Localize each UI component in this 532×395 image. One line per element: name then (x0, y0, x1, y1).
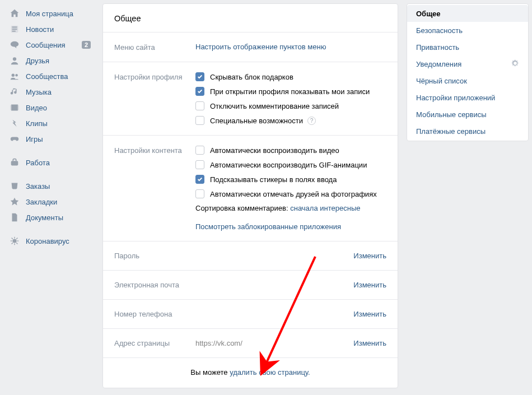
configure-menu-link[interactable]: Настроить отображение пунктов меню (195, 43, 326, 51)
nav-label: Музыка (26, 88, 91, 96)
checkbox[interactable] (195, 101, 204, 110)
checkbox[interactable] (195, 87, 204, 96)
nav-item-star[interactable]: Закладки (6, 194, 94, 210)
game-icon (9, 133, 20, 145)
nav-label: Клипы (26, 119, 91, 128)
svg-rect-1 (12, 27, 17, 28)
section-content-settings: Настройки контента Автоматически воспрои… (103, 136, 398, 241)
blocked-apps-link[interactable]: Посмотреть заблокированные приложения (195, 222, 341, 231)
checkbox-label[interactable]: Автоматически отмечать друзей на фотогра… (210, 190, 377, 198)
nav-item-music[interactable]: Музыка (6, 84, 94, 100)
checkbox-row: Автоматически воспроизводить GIF-анимаци… (195, 160, 386, 169)
nav-item-user[interactable]: Друзья (6, 53, 94, 68)
nav-label: Моя страница (26, 10, 91, 18)
nav-item-game[interactable]: Игры (6, 131, 94, 147)
nav-item-orders[interactable]: Заказы (6, 178, 94, 194)
section-label: Меню сайта (114, 43, 195, 52)
checkbox-label[interactable]: Автоматически воспроизводить GIF-анимаци… (210, 161, 367, 169)
row-value: https://vk.com/ (195, 339, 353, 347)
change-link[interactable]: Изменить (353, 339, 386, 347)
section-label: Настройки профиля (114, 72, 195, 125)
delete-page-row: Вы можете удалить свою страницу. (103, 358, 398, 388)
checkbox-label[interactable]: Отключить комментирование записей (210, 102, 339, 110)
orders-icon (9, 180, 20, 192)
checkbox[interactable] (195, 175, 204, 184)
nav-item-doc[interactable]: Документы (6, 210, 94, 225)
checkbox-label[interactable]: Подсказывать стикеры в полях ввода (210, 175, 337, 184)
delete-page-link[interactable]: удалить свою страницу. (230, 368, 310, 377)
gear-icon[interactable] (511, 59, 519, 69)
checkbox-label[interactable]: При открытии профиля показывать мои запи… (210, 87, 370, 96)
row-label: Адрес страницы (114, 339, 195, 347)
tab-label: Общее (416, 10, 441, 18)
settings-tab[interactable]: Чёрный список (407, 72, 528, 89)
news-icon (9, 24, 20, 35)
checkbox-row: Скрывать блок подарков (195, 72, 386, 81)
nav-label: Видео (26, 104, 91, 112)
tab-label: Платёжные сервисы (416, 127, 486, 136)
settings-tab[interactable]: Уведомления (407, 55, 528, 72)
checkbox-row: Специальные возможности? (195, 116, 386, 125)
checkbox[interactable] (195, 72, 204, 81)
settings-row: Электронная почтаИзменить (103, 271, 398, 300)
row-label: Номер телефона (114, 310, 195, 318)
settings-row: ПарольИзменить (103, 241, 398, 271)
nav-item-virus[interactable]: Коронавирус (6, 233, 94, 249)
settings-tabs: ОбщееБезопасностьПриватностьУведомленияЧ… (407, 3, 529, 141)
settings-tab[interactable]: Безопасность (407, 22, 528, 39)
change-link[interactable]: Изменить (353, 281, 386, 289)
checkbox[interactable] (195, 160, 204, 169)
doc-icon (9, 212, 20, 223)
svg-line-16 (16, 238, 17, 239)
checkbox-row: Автоматически воспроизводить видео (195, 146, 386, 155)
svg-rect-3 (12, 31, 16, 32)
settings-tab[interactable]: Общее (407, 5, 528, 22)
settings-tab[interactable]: Приватность (407, 39, 528, 55)
checkbox[interactable] (195, 146, 204, 155)
checkbox-row: Автоматически отмечать друзей на фотогра… (195, 189, 386, 198)
nav-item-work[interactable]: Работа (6, 155, 94, 170)
section-label: Настройки контента (114, 146, 195, 231)
tab-label: Чёрный список (416, 77, 467, 85)
work-icon (9, 157, 20, 168)
checkbox-label[interactable]: Скрывать блок подарков (210, 73, 293, 81)
settings-row: Номер телефонаИзменить (103, 300, 398, 329)
tab-label: Приватность (416, 43, 459, 52)
nav-item-home[interactable]: Моя страница (6, 6, 94, 21)
nav-label: Заказы (26, 182, 91, 190)
settings-tab[interactable]: Мобильные сервисы (407, 106, 528, 123)
tab-label: Мобильные сервисы (416, 110, 487, 119)
nav-item-msg[interactable]: Сообщения2 (6, 37, 94, 53)
nav-label: Друзья (26, 57, 91, 65)
settings-row: Адрес страницыhttps://vk.com/Изменить (103, 329, 398, 358)
svg-line-15 (16, 243, 17, 244)
help-icon[interactable]: ? (307, 117, 316, 125)
nav-item-clips[interactable]: Клипы (6, 115, 94, 131)
checkbox-label[interactable]: Автоматически воспроизводить видео (210, 146, 339, 155)
msg-icon (9, 39, 20, 50)
checkbox[interactable] (195, 189, 204, 198)
user-icon (9, 55, 20, 66)
unread-badge: 2 (82, 41, 91, 49)
row-label: Пароль (114, 252, 195, 260)
change-link[interactable]: Изменить (353, 310, 386, 318)
checkbox[interactable] (195, 116, 204, 125)
row-label: Электронная почта (114, 281, 195, 289)
section-site-menu: Меню сайта Настроить отображение пунктов… (103, 32, 398, 62)
svg-point-9 (12, 239, 16, 243)
settings-tab[interactable]: Платёжные сервисы (407, 123, 528, 140)
tab-label: Настройки приложений (416, 94, 495, 102)
checkbox-label[interactable]: Специальные возможности (210, 117, 303, 125)
nav-item-news[interactable]: Новости (6, 21, 94, 37)
nav-label: Работа (26, 159, 91, 167)
video-icon (9, 102, 20, 113)
nav-item-group[interactable]: Сообщества (6, 68, 94, 84)
comment-sort-link[interactable]: сначала интересные (290, 204, 360, 212)
nav-label: Игры (26, 135, 91, 143)
settings-tab[interactable]: Настройки приложений (407, 89, 528, 106)
nav-label: Закладки (26, 198, 91, 206)
nav-item-video[interactable]: Видео (6, 100, 94, 115)
svg-point-6 (15, 74, 18, 77)
change-link[interactable]: Изменить (353, 252, 386, 260)
music-icon (9, 86, 20, 97)
